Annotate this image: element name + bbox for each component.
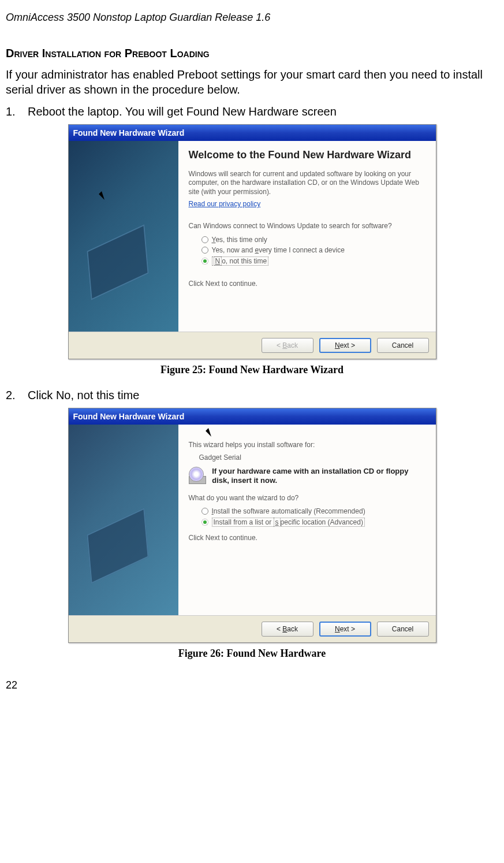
- radio-list-location[interactable]: Install from a list or specific location…: [201, 516, 425, 528]
- continue-hint: Click Next to continue.: [189, 280, 425, 289]
- step-text: Click No, not this time: [28, 389, 139, 402]
- cancel-button[interactable]: Cancel: [377, 622, 429, 637]
- section-heading: Driver Installation for Preboot Loading: [6, 47, 498, 60]
- back-button: < Back: [262, 338, 313, 353]
- radio-icon-selected: [201, 258, 208, 265]
- radio-no[interactable]: No, not this time: [201, 255, 425, 267]
- radio-label: Yes, now and every time I connect a devi…: [212, 246, 345, 254]
- cancel-button[interactable]: Cancel: [377, 338, 429, 353]
- step-1: 1. Reboot the laptop. You will get Found…: [6, 105, 498, 118]
- privacy-link[interactable]: Read our privacy policy: [189, 200, 261, 208]
- cd-icon: [189, 467, 207, 484]
- found-new-hardware-dialog-2: Found New Hardware Wizard This wizard he…: [68, 408, 436, 643]
- continue-hint: Click Next to continue.: [189, 534, 425, 543]
- wizard-question: What do you want the wizard to do?: [189, 494, 425, 503]
- wizard-sidebar-image: [69, 141, 178, 332]
- radio-icon-selected: [201, 519, 208, 526]
- window-title: Found New Hardware Wizard: [73, 128, 185, 137]
- wizard-question: Can Windows connect to Windows Update to…: [189, 222, 425, 231]
- figure-caption-25: Figure 25: Found New Hardware Wizard: [6, 364, 498, 376]
- radio-auto-install[interactable]: Install the software automatically (Reco…: [201, 506, 425, 516]
- intro-paragraph: If your administrator has enabled Preboo…: [6, 67, 498, 97]
- wizard-intro: This wizard helps you install software f…: [189, 441, 425, 450]
- radio-label: Yes, this time only: [212, 236, 267, 244]
- step-text: Reboot the laptop. You will get Found Ne…: [28, 105, 337, 118]
- radio-yes-always[interactable]: Yes, now and every time I connect a devi…: [201, 245, 425, 255]
- radio-label: Install the software automatically (Reco…: [212, 507, 365, 515]
- button-bar: < Back Next > Cancel: [69, 332, 436, 359]
- wizard-description: Windows will search for current and upda…: [189, 170, 425, 197]
- back-button[interactable]: < Back: [262, 622, 313, 637]
- found-new-hardware-dialog-1: Found New Hardware Wizard Welcome to the…: [68, 124, 436, 359]
- cd-hint: If your hardware came with an installati…: [212, 467, 425, 486]
- page-number: 22: [6, 679, 498, 691]
- step-number: 2.: [6, 389, 17, 402]
- wizard-heading: Welcome to the Found New Hardware Wizard: [189, 149, 425, 162]
- step-number: 1.: [6, 105, 17, 118]
- wizard-sidebar-image: [69, 425, 178, 615]
- radio-icon: [201, 508, 208, 515]
- radio-icon: [201, 247, 208, 254]
- figure-caption-26: Figure 26: Found New Hardware: [6, 648, 498, 660]
- radio-label: Install from a list or specific location…: [212, 518, 365, 527]
- next-button[interactable]: Next >: [319, 622, 371, 637]
- radio-icon: [201, 236, 208, 243]
- cursor-icon: [99, 188, 110, 200]
- radio-yes-once[interactable]: Yes, this time only: [201, 235, 425, 245]
- button-bar: < Back Next > Cancel: [69, 615, 436, 642]
- window-title: Found New Hardware Wizard: [73, 412, 185, 421]
- next-button[interactable]: Next >: [319, 338, 371, 353]
- titlebar: Found New Hardware Wizard: [69, 125, 436, 141]
- titlebar: Found New Hardware Wizard: [69, 408, 436, 425]
- device-name: Gadget Serial: [199, 453, 425, 463]
- step-2: 2. Click No, not this time: [6, 389, 498, 402]
- page-header: OmniAccess 3500 Nonstop Laptop Guardian …: [6, 12, 498, 24]
- radio-label: No, not this time: [212, 256, 269, 266]
